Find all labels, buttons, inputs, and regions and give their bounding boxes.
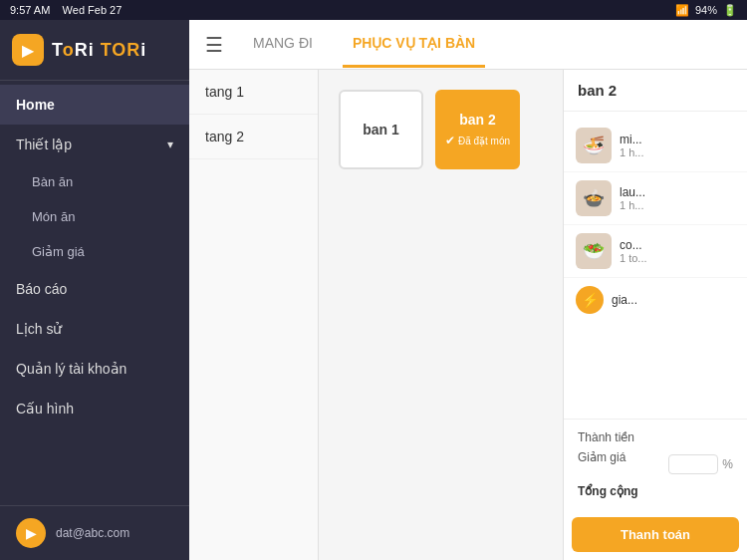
table-card-ban1[interactable]: ban 1	[339, 90, 423, 169]
food-thumb-3: 🥗	[576, 233, 612, 269]
food-qty-1: 1 h...	[620, 146, 735, 158]
table-status: ✔ Đã đặt món	[445, 134, 510, 147]
special-icon: ⚡	[576, 286, 604, 314]
sidebar-footer: ▶ dat@abc.com	[0, 505, 189, 560]
battery-indicator: 94%	[695, 4, 717, 16]
sidebar-nav: Home Thiết lập ▾ Bàn ăn Món ăn Giảm giá …	[0, 81, 189, 505]
floor-item-tang2[interactable]: tang 2	[189, 115, 318, 159]
giam-gia-label: Giảm giá	[578, 450, 625, 478]
floor-item-tang1[interactable]: tang 1	[189, 70, 318, 115]
status-indicators: 📶 94% 🔋	[675, 4, 737, 17]
sidebar-item-thiet-lap[interactable]: Thiết lập ▾	[0, 125, 189, 164]
sidebar-logo: ▶ ToRi TORi	[0, 20, 189, 81]
food-info-1: mi... 1 h...	[620, 133, 735, 158]
order-item-3: 🥗 co... 1 to...	[564, 225, 747, 278]
user-email: dat@abc.com	[56, 526, 129, 540]
sidebar-item-home[interactable]: Home	[0, 85, 189, 125]
middle-content: tang 1 tang 2 ban 1 ban 2 ✔ Đã đặt món	[189, 70, 747, 560]
hamburger-icon[interactable]: ☰	[205, 33, 223, 57]
sidebar-item-giam-gia[interactable]: Giảm giá	[0, 234, 189, 269]
floor-panel: tang 1 tang 2	[189, 70, 319, 560]
tong-cong-row: Tổng cộng	[578, 481, 733, 501]
logo-icon: ▶	[12, 34, 44, 66]
sidebar: ▶ ToRi TORi Home Thiết lập ▾ Bàn ăn Món …	[0, 20, 189, 560]
discount-input[interactable]	[668, 454, 718, 474]
sidebar-item-ban-an[interactable]: Bàn ăn	[0, 164, 189, 199]
right-panel-title: ban 2	[564, 70, 747, 112]
order-item-2: 🍲 lau... 1 h...	[564, 172, 747, 225]
right-panel: ban 2 🍜 mi... 1 h... 🍲 lau... 1 h...	[563, 70, 747, 560]
thanh-tien-row: Thành tiền	[578, 427, 733, 447]
sidebar-item-mon-an[interactable]: Món ăn	[0, 199, 189, 234]
table-grid: ban 1 ban 2 ✔ Đã đặt món	[319, 70, 563, 560]
thanh-tien-label: Thành tiền	[578, 430, 634, 444]
discount-input-container: %	[668, 450, 733, 478]
user-avatar: ▶	[16, 518, 46, 548]
food-thumb-2: 🍲	[576, 180, 612, 216]
order-list: 🍜 mi... 1 h... 🍲 lau... 1 h...	[564, 112, 747, 419]
food-qty-3: 1 to...	[620, 252, 735, 264]
checkout-button[interactable]: Thanh toán	[572, 517, 739, 552]
content-area: ☰ MANG ĐI PHỤC VỤ TẠI BÀN tang 1 tang 2 …	[189, 20, 747, 560]
sidebar-item-lich-su[interactable]: Lịch sử	[0, 309, 189, 349]
check-icon: ✔	[445, 134, 455, 147]
percent-label: %	[722, 457, 733, 471]
summary-section: Thành tiền Giảm giá % Tổng cộng	[564, 419, 747, 509]
status-bar: 9:57 AM Wed Feb 27 📶 94% 🔋	[0, 0, 747, 20]
sidebar-item-bao-cao[interactable]: Báo cáo	[0, 269, 189, 309]
battery-icon: 🔋	[723, 4, 737, 17]
food-name-2: lau...	[620, 185, 735, 199]
table-card-ban2[interactable]: ban 2 ✔ Đã đặt món	[435, 90, 520, 169]
status-time: 9:57 AM Wed Feb 27	[10, 4, 122, 16]
food-name-3: co...	[620, 238, 735, 252]
sidebar-item-cau-hinh[interactable]: Cấu hình	[0, 389, 189, 428]
food-qty-2: 1 h...	[620, 199, 735, 211]
food-info-2: lau... 1 h...	[620, 185, 735, 211]
food-info-3: co... 1 to...	[620, 238, 735, 264]
tab-mang-di[interactable]: MANG ĐI	[243, 21, 323, 68]
food-name-1: mi...	[620, 133, 735, 146]
logo-text: ToRi TORi	[52, 40, 146, 61]
tong-cong-label: Tổng cộng	[578, 484, 638, 498]
giam-gia-row: Giảm giá %	[578, 447, 733, 481]
chevron-down-icon: ▾	[167, 138, 173, 151]
order-item-1: 🍜 mi... 1 h...	[564, 120, 747, 172]
special-name: gia...	[612, 293, 637, 307]
food-thumb-1: 🍜	[576, 128, 612, 163]
order-item-special: ⚡ gia...	[564, 278, 747, 322]
tab-phuc-vu[interactable]: PHỤC VỤ TẠI BÀN	[343, 21, 485, 68]
top-bar: ☰ MANG ĐI PHỤC VỤ TẠI BÀN	[189, 20, 747, 70]
wifi-icon: 📶	[675, 4, 689, 17]
sidebar-item-quan-ly[interactable]: Quản lý tài khoản	[0, 349, 189, 389]
